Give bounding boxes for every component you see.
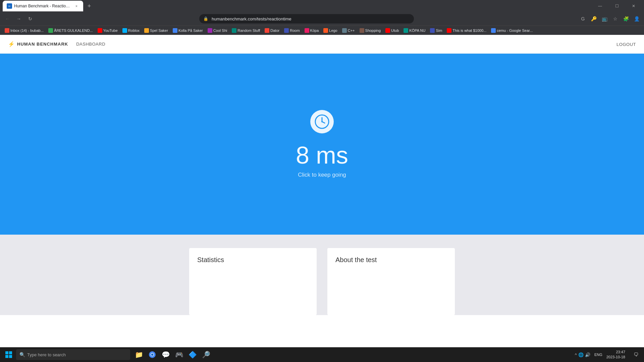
key-icon[interactable]: 🔑 (589, 14, 598, 23)
window-controls: — ☐ ✕ (592, 0, 641, 12)
bookmark-roblox[interactable]: Roblox (120, 27, 142, 34)
reaction-time-result: 8 ms (296, 141, 348, 169)
bookmark-inbox[interactable]: Inbox (14) - bubab... (3, 27, 46, 34)
lightning-icon: ⚡ (8, 41, 15, 47)
refresh-button[interactable]: ↻ (25, 14, 35, 23)
statistics-card: Statistics (189, 248, 317, 315)
site-nav-links: DASHBOARD (76, 42, 105, 47)
bookmark-icon (404, 28, 408, 33)
bookmark-icon (284, 28, 289, 33)
bookmark-coolshi[interactable]: Cool Shi (206, 27, 229, 34)
tab-bar: H Human Benchmark - Reaction T... × + — … (0, 0, 644, 12)
bookmark-kopa[interactable]: Köpa (303, 27, 321, 34)
forward-button[interactable]: → (14, 14, 23, 23)
logo-text: HUMAN BENCHMARK (17, 42, 68, 47)
about-card: About the test (327, 248, 455, 315)
bookmark-label: Inbox (14) - bubab... (10, 28, 44, 33)
close-button[interactable]: ✕ (626, 0, 641, 12)
active-tab[interactable]: H Human Benchmark - Reaction T... × (3, 1, 83, 11)
minimize-button[interactable]: — (592, 0, 608, 12)
bookmark-icon (491, 28, 496, 33)
address-bar: ← → ↻ 🔒 humanbenchmark.com/tests/reactio… (0, 12, 644, 25)
bookmark-spel[interactable]: Spel Saker (142, 27, 170, 34)
bookmark-label: Lego (329, 28, 337, 33)
bookmark-icon (144, 28, 149, 33)
bookmark-icon (323, 28, 328, 33)
extension-icon[interactable]: 🧩 (621, 14, 631, 23)
bookmark-icon (447, 28, 451, 33)
bookmark-label: Utub (391, 28, 399, 33)
about-title: About the test (335, 256, 447, 264)
bookmark-youtube[interactable]: YouTube (96, 27, 120, 34)
new-tab-button[interactable]: + (85, 1, 94, 11)
bookmark-label: Kolla På Saker (178, 28, 203, 33)
profile-avatar[interactable]: 👤 (632, 14, 641, 23)
site-logo[interactable]: ⚡ HUMAN BENCHMARK (8, 41, 68, 47)
bookmark-kolla[interactable]: Kolla På Saker (171, 27, 205, 34)
bookmark-label: Roblox (128, 28, 140, 33)
address-input[interactable]: 🔒 humanbenchmark.com/tests/reactiontime (199, 14, 414, 23)
bookmark-label: Köpa (310, 28, 319, 33)
tab-close-button[interactable]: × (74, 3, 79, 9)
bookmark-shopping[interactable]: Shopping (358, 27, 383, 34)
dashboard-link[interactable]: DASHBOARD (76, 42, 105, 47)
bookmark-label: Room (290, 28, 300, 33)
bookmark-icon (122, 28, 127, 33)
site-nav-right: LOGOUT (616, 41, 636, 47)
site-nav: ⚡ HUMAN BENCHMARK DASHBOARD LOGOUT (0, 35, 644, 54)
webpage: ⚡ HUMAN BENCHMARK DASHBOARD LOGOUT 8 ms (0, 35, 644, 315)
bookmark-label: Random Stuff (237, 28, 260, 33)
bookmark-thiswhat[interactable]: This is what $1000... (445, 27, 488, 34)
bookmark-icon (360, 28, 364, 33)
bookmark-label: Spel Saker (150, 28, 168, 33)
bookmark-icon (208, 28, 212, 33)
clock-icon-container (310, 110, 334, 133)
cast-icon[interactable]: 📺 (600, 14, 609, 23)
bookmarks-bar: Inbox (14) - bubab... ÅRETS GULKALEND...… (0, 25, 644, 35)
bookmark-star-icon[interactable]: ☆ (610, 14, 620, 23)
address-text: humanbenchmark.com/tests/reactiontime (212, 16, 291, 21)
address-bar-center: 🔒 humanbenchmark.com/tests/reactiontime (37, 14, 576, 23)
bookmark-icon (430, 28, 435, 33)
bookmark-cemu[interactable]: cemu - Google Sear... (489, 27, 535, 34)
logout-link[interactable]: LOGOUT (616, 42, 636, 47)
bookmark-icon (48, 28, 53, 33)
tab-favicon: H (7, 3, 12, 9)
bookmark-label: This is what $1000... (452, 28, 486, 33)
maximize-button[interactable]: ☐ (609, 0, 625, 12)
bookmark-icon (232, 28, 236, 33)
hero-section[interactable]: 8 ms Click to keep going (0, 54, 644, 235)
bookmark-label: Cool Shi (213, 28, 227, 33)
statistics-title: Statistics (197, 256, 309, 264)
google-account-button[interactable]: G (578, 14, 588, 23)
bookmark-random[interactable]: Random Stuff (230, 27, 262, 34)
bookmark-dator[interactable]: Dator (263, 27, 281, 34)
bookmark-cpp[interactable]: C++ (340, 27, 357, 34)
bookmark-icon (265, 28, 269, 33)
tab-title: Human Benchmark - Reaction T... (14, 4, 72, 8)
bookmark-label: ÅRETS GULKALEND... (54, 28, 93, 33)
clock-icon (315, 114, 329, 129)
bookmark-label: Sim (436, 28, 442, 33)
bookmark-icon (342, 28, 347, 33)
bookmark-label: C++ (348, 28, 355, 33)
bookmark-label: cemu - Google Sear... (497, 28, 533, 33)
bookmark-utub[interactable]: Utub (383, 27, 401, 34)
bookmark-lego[interactable]: Lego (321, 27, 339, 34)
lower-content: Statistics About the test (0, 235, 644, 315)
hero-subtitle: Click to keep going (298, 172, 346, 178)
bookmark-kopanu[interactable]: KÖPA NU (401, 27, 427, 34)
lock-icon: 🔒 (203, 16, 208, 21)
bookmark-icon (385, 28, 390, 33)
bookmark-icon (173, 28, 177, 33)
bookmark-icon (305, 28, 309, 33)
bookmark-label: KÖPA NU (409, 28, 425, 33)
bookmark-room[interactable]: Room (282, 27, 302, 34)
bookmark-icon (98, 28, 102, 33)
back-button[interactable]: ← (3, 14, 12, 23)
bookmark-gulkalend[interactable]: ÅRETS GULKALEND... (46, 27, 95, 34)
browser-frame: H Human Benchmark - Reaction T... × + — … (0, 0, 644, 315)
toolbar-right: G 🔑 📺 ☆ 🧩 👤 (578, 14, 641, 23)
svg-point-3 (321, 121, 323, 122)
bookmark-sim[interactable]: Sim (428, 27, 444, 34)
